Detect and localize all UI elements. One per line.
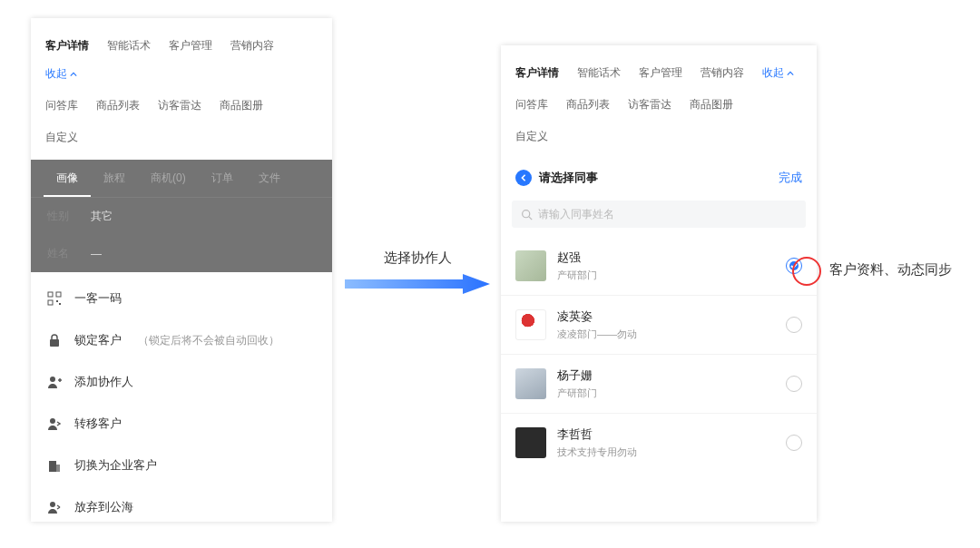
- tab-qa[interactable]: 问答库: [45, 94, 78, 122]
- transfer-icon: [47, 416, 62, 431]
- tab-custom[interactable]: 自定义: [45, 126, 78, 154]
- radio-unchecked[interactable]: [786, 376, 802, 392]
- left-nav: 客户详情 智能话术 客户管理 营销内容 收起 问答库 商品列表 访客雷达 商品图…: [31, 18, 332, 160]
- colleague-name: 杨子姗: [557, 367, 597, 384]
- tab-marketing[interactable]: 营销内容: [230, 34, 274, 63]
- qr-icon: [47, 291, 62, 306]
- action-lock[interactable]: 锁定客户 （锁定后将不会被自动回收）: [31, 319, 332, 361]
- svg-point-6: [50, 377, 55, 382]
- svg-rect-4: [59, 303, 61, 305]
- svg-rect-3: [56, 300, 58, 302]
- colleague-dept: 产研部门: [557, 269, 597, 282]
- chevron-left-icon: [520, 174, 527, 181]
- action-add-collaborator[interactable]: 添加协作人: [31, 361, 332, 403]
- annotation-arrow-label: 选择协作人: [345, 250, 490, 267]
- select-header: 请选择同事 完成: [501, 159, 817, 197]
- colleague-list: 赵强 产研部门 凌英姿 凌凌部门——勿动 杨子姗 产研部门: [501, 237, 817, 472]
- colleague-dept: 凌凌部门——勿动: [557, 328, 637, 341]
- r-tab-custom[interactable]: 自定义: [515, 125, 548, 153]
- r-tab-customer-mgmt[interactable]: 客户管理: [639, 62, 682, 90]
- tab-visitor[interactable]: 访客雷达: [158, 94, 201, 122]
- checkmark-icon: [789, 261, 799, 270]
- action-transfer[interactable]: 转移客户: [31, 403, 332, 445]
- field-gender-label: 性别: [47, 209, 91, 224]
- select-title: 请选择同事: [539, 170, 598, 186]
- r-tab-smart-script[interactable]: 智能话术: [577, 62, 621, 90]
- svg-rect-9: [56, 465, 60, 472]
- colleague-dept: 技术支持专用勿动: [557, 445, 637, 459]
- subtab-journey[interactable]: 旅程: [91, 160, 138, 197]
- field-name-value: —: [91, 248, 102, 260]
- action-one-code-label: 一客一码: [74, 290, 122, 307]
- field-name: 姓名 —: [31, 235, 332, 272]
- avatar: [515, 309, 546, 340]
- done-button[interactable]: 完成: [779, 170, 802, 186]
- action-transfer-label: 转移客户: [74, 416, 122, 432]
- annotation-arrow: 选择协作人: [345, 250, 490, 296]
- subtab-portrait[interactable]: 画像: [44, 160, 91, 197]
- action-release-sea-label: 放弃到公海: [74, 499, 133, 515]
- select-colleague-panel: 客户详情 智能话术 客户管理 营销内容 收起 问答库 商品列表 访客雷达 商品图…: [501, 45, 817, 522]
- action-switch-enterprise-label: 切换为企业客户: [74, 457, 157, 474]
- user-add-icon: [47, 375, 62, 389]
- tab-products[interactable]: 商品列表: [96, 94, 140, 122]
- annotation-text: 客户资料、动态同步: [829, 261, 952, 279]
- chevron-up-icon: [787, 70, 794, 77]
- colleague-item[interactable]: 凌英姿 凌凌部门——勿动: [501, 295, 817, 354]
- svg-marker-11: [345, 274, 490, 294]
- tab-customer-mgmt[interactable]: 客户管理: [169, 34, 212, 63]
- radio-unchecked[interactable]: [786, 435, 802, 451]
- action-switch-enterprise[interactable]: 切换为企业客户: [31, 445, 332, 486]
- colleague-item[interactable]: 杨子姗 产研部门: [501, 354, 817, 413]
- field-gender: 性别 其它: [31, 198, 332, 235]
- search-box[interactable]: [512, 201, 806, 228]
- svg-point-12: [523, 210, 530, 217]
- svg-point-7: [50, 418, 55, 424]
- tab-customer-detail[interactable]: 客户详情: [45, 34, 89, 63]
- action-lock-label: 锁定客户: [74, 332, 122, 348]
- svg-rect-0: [48, 292, 53, 297]
- tab-smart-script[interactable]: 智能话术: [107, 34, 151, 63]
- field-gender-value: 其它: [91, 209, 113, 224]
- svg-rect-1: [56, 292, 61, 297]
- colleague-item[interactable]: 赵强 产研部门: [501, 237, 817, 295]
- r-tab-visitor[interactable]: 访客雷达: [628, 93, 671, 122]
- colleague-name: 凌英姿: [557, 308, 637, 325]
- svg-point-10: [50, 502, 55, 507]
- radio-unchecked[interactable]: [786, 317, 802, 333]
- radio-checked[interactable]: [786, 258, 802, 274]
- subtab-deal[interactable]: 商机(0): [138, 160, 199, 197]
- colleague-name: 赵强: [557, 250, 597, 266]
- svg-rect-5: [50, 339, 59, 347]
- search-input[interactable]: [538, 208, 797, 220]
- r-tab-marketing[interactable]: 营销内容: [701, 62, 744, 90]
- subtab-order[interactable]: 订单: [199, 160, 246, 197]
- tab-album[interactable]: 商品图册: [220, 94, 263, 122]
- search-icon: [521, 209, 533, 220]
- sea-icon: [47, 500, 62, 514]
- colleague-item[interactable]: 李哲哲 技术支持专用勿动: [501, 413, 817, 472]
- chevron-up-icon: [70, 71, 77, 78]
- colleague-name: 李哲哲: [557, 426, 637, 443]
- r-tab-album[interactable]: 商品图册: [690, 93, 733, 122]
- subtab-file[interactable]: 文件: [246, 160, 293, 197]
- r-tab-products[interactable]: 商品列表: [566, 93, 610, 122]
- right-nav: 客户详情 智能话术 客户管理 营销内容 收起 问答库 商品列表 访客雷达 商品图…: [501, 45, 817, 159]
- collapse-label: 收起: [45, 66, 67, 82]
- action-one-code[interactable]: 一客一码: [31, 278, 332, 319]
- r-tab-collapse[interactable]: 收起: [762, 62, 794, 90]
- avatar: [515, 250, 546, 281]
- action-release-sea[interactable]: 放弃到公海: [31, 486, 332, 528]
- action-lock-hint: （锁定后将不会被自动回收）: [138, 333, 279, 348]
- avatar: [515, 427, 546, 458]
- colleague-dept: 产研部门: [557, 387, 597, 400]
- svg-rect-2: [48, 300, 53, 305]
- arrow-icon: [345, 272, 490, 296]
- r-tab-customer-detail[interactable]: 客户详情: [515, 62, 559, 90]
- action-list: 一客一码 锁定客户 （锁定后将不会被自动回收） 添加协作人 转移客户 切换为企业…: [31, 272, 332, 528]
- customer-detail-panel: 客户详情 智能话术 客户管理 营销内容 收起 问答库 商品列表 访客雷达 商品图…: [31, 18, 332, 522]
- r-tab-qa[interactable]: 问答库: [515, 93, 548, 122]
- back-button[interactable]: [515, 170, 532, 186]
- tab-collapse[interactable]: 收起: [45, 63, 77, 91]
- r-collapse-label: 收起: [762, 65, 784, 81]
